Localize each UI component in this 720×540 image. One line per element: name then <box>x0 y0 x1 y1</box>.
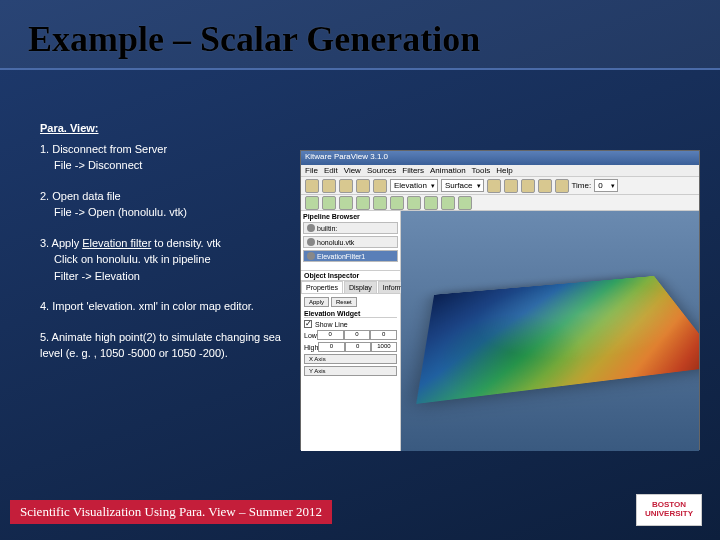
high-point-row: High 0 0 1000 <box>304 342 397 352</box>
open-icon[interactable] <box>305 179 319 193</box>
slide-title: Example – Scalar Generation <box>0 0 720 70</box>
show-line-checkbox[interactable] <box>304 320 312 328</box>
time-label: Time: <box>572 181 592 190</box>
step-4: 4. Import 'elevation. xml' in color map … <box>40 298 300 315</box>
menu-tools[interactable]: Tools <box>472 166 491 175</box>
connect-icon[interactable] <box>339 179 353 193</box>
pv-body: Pipeline Browser builtin: honolulu.vtk E… <box>301 211 699 451</box>
step-2-sub: File -> Open (honolulu. vtk) <box>54 204 300 221</box>
step-2: 2. Open data file File -> Open (honolulu… <box>40 188 300 221</box>
low-point-row: Low 0 0 0 <box>304 330 397 340</box>
step-4-text: 4. Import 'elevation. xml' in color map … <box>40 298 300 315</box>
step-5: 5. Animate high point(2) to simulate cha… <box>40 329 300 362</box>
step-3-sub1: Click on honolulu. vtk in pipeline <box>54 251 300 268</box>
high-label: High <box>304 344 318 351</box>
disconnect-icon[interactable] <box>356 179 370 193</box>
vcr-next-icon[interactable] <box>538 179 552 193</box>
show-line-row: Show Line <box>304 320 397 328</box>
visibility-icon[interactable] <box>307 224 315 232</box>
low-x-input[interactable]: 0 <box>317 330 344 340</box>
filter-slice-icon[interactable] <box>356 196 370 210</box>
pv-menubar: File Edit View Sources Filters Animation… <box>301 165 699 177</box>
inspector-body: Apply Reset Elevation Widget Show Line L… <box>301 294 400 381</box>
filter-calculator-icon[interactable] <box>305 196 319 210</box>
elevation-filter-term: Elevation filter <box>82 237 151 249</box>
filter-threshold-icon[interactable] <box>373 196 387 210</box>
pipeline-server[interactable]: builtin: <box>303 222 398 234</box>
help-icon[interactable] <box>373 179 387 193</box>
filter-group-icon[interactable] <box>441 196 455 210</box>
vcr-last-icon[interactable] <box>555 179 569 193</box>
pv-toolbar-main: Elevation Surface Time: 0 <box>301 177 699 195</box>
filter-extract-icon[interactable] <box>458 196 472 210</box>
step-3: 3. Apply Elevation filter to density. vt… <box>40 235 300 285</box>
reset-button[interactable]: Reset <box>331 297 357 307</box>
menu-filters[interactable]: Filters <box>402 166 424 175</box>
menu-animation[interactable]: Animation <box>430 166 466 175</box>
low-z-input[interactable]: 0 <box>370 330 397 340</box>
paraview-screenshot: Kitware ParaView 3.1.0 File Edit View So… <box>300 150 700 450</box>
pipeline-header: Pipeline Browser <box>303 213 398 220</box>
visibility-icon[interactable] <box>307 238 315 246</box>
high-y-input[interactable]: 0 <box>345 342 371 352</box>
high-z-input[interactable]: 1000 <box>371 342 397 352</box>
step-1-text: 1. Disconnect from Server <box>40 141 300 158</box>
vcr-play-icon[interactable] <box>521 179 535 193</box>
time-input[interactable]: 0 <box>594 179 618 192</box>
x-axis-button[interactable]: X Axis <box>304 354 397 364</box>
apply-button[interactable]: Apply <box>304 297 329 307</box>
elevation-widget-section: Elevation Widget <box>304 310 397 318</box>
vcr-prev-icon[interactable] <box>504 179 518 193</box>
y-axis-button[interactable]: Y Axis <box>304 366 397 376</box>
representation-dropdown[interactable]: Surface <box>441 179 484 192</box>
filter-stream-icon[interactable] <box>407 196 421 210</box>
menu-edit[interactable]: Edit <box>324 166 338 175</box>
tab-properties[interactable]: Properties <box>301 281 343 293</box>
show-line-label: Show Line <box>315 321 397 328</box>
low-y-input[interactable]: 0 <box>344 330 371 340</box>
pipeline-browser: Pipeline Browser builtin: honolulu.vtk E… <box>301 211 400 271</box>
step-1-sub: File -> Disconnect <box>54 157 300 174</box>
step-5-text: 5. Animate high point(2) to simulate cha… <box>40 329 300 362</box>
step-2-text: 2. Open data file <box>40 188 300 205</box>
instructions-panel: Para. View: 1. Disconnect from Server Fi… <box>40 120 300 376</box>
active-variable-dropdown[interactable]: Elevation <box>390 179 438 192</box>
menu-file[interactable]: File <box>305 166 318 175</box>
step-1: 1. Disconnect from Server File -> Discon… <box>40 141 300 174</box>
step-3-sub2: Filter -> Elevation <box>54 268 300 285</box>
boston-university-logo: BOSTON UNIVERSITY <box>636 494 702 526</box>
menu-view[interactable]: View <box>344 166 361 175</box>
filter-contour-icon[interactable] <box>322 196 336 210</box>
filter-warp-icon[interactable] <box>424 196 438 210</box>
low-label: Low <box>304 332 317 339</box>
save-icon[interactable] <box>322 179 336 193</box>
axis-buttons-row-2: Y Axis <box>304 366 397 376</box>
footer-caption: Scientific Visualization Using Para. Vie… <box>10 500 332 524</box>
vcr-first-icon[interactable] <box>487 179 501 193</box>
terrain-surface <box>416 276 699 404</box>
object-inspector: Object Inspector Properties Display Info… <box>301 271 400 451</box>
high-x-input[interactable]: 0 <box>318 342 344 352</box>
tab-display[interactable]: Display <box>344 281 377 293</box>
pipeline-item-honolulu[interactable]: honolulu.vtk <box>303 236 398 248</box>
pv-left-panel: Pipeline Browser builtin: honolulu.vtk E… <box>301 211 401 451</box>
logo-line2: UNIVERSITY <box>645 510 693 519</box>
instructions-heading: Para. View: <box>40 120 300 137</box>
inspector-tabs: Properties Display Information <box>301 281 400 294</box>
render-view[interactable] <box>401 211 699 451</box>
inspector-header: Object Inspector <box>301 271 400 281</box>
visibility-icon[interactable] <box>307 252 315 260</box>
step-3-text: 3. Apply Elevation filter to density. vt… <box>40 235 300 252</box>
axis-buttons-row: X Axis <box>304 354 397 364</box>
menu-sources[interactable]: Sources <box>367 166 396 175</box>
filter-glyph-icon[interactable] <box>390 196 404 210</box>
pv-window-titlebar: Kitware ParaView 3.1.0 <box>301 151 699 165</box>
pipeline-item-elevation[interactable]: ElevationFilter1 <box>303 250 398 262</box>
filter-clip-icon[interactable] <box>339 196 353 210</box>
pv-toolbar-filters <box>301 195 699 211</box>
menu-help[interactable]: Help <box>496 166 512 175</box>
